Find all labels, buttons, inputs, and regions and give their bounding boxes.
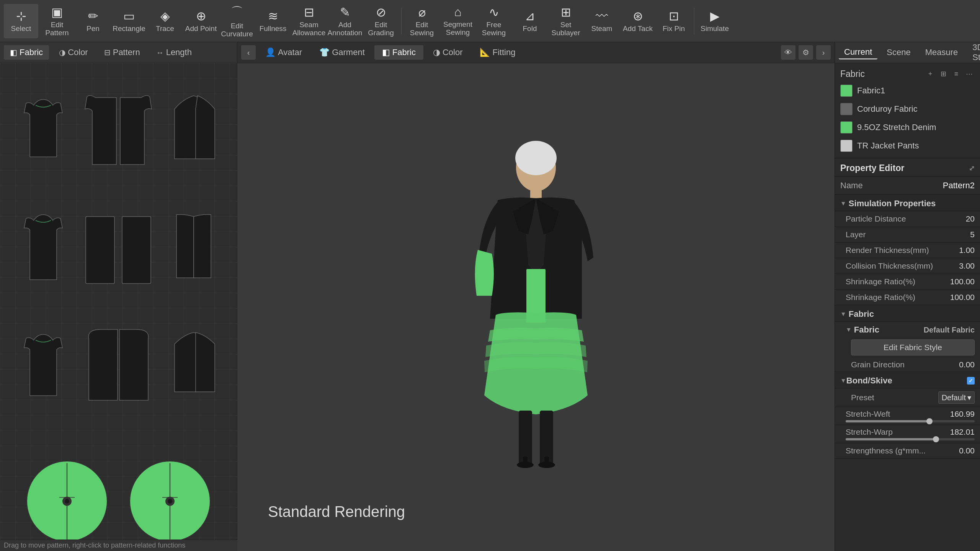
strengthness-value[interactable]: 0.00 bbox=[959, 446, 975, 455]
view-nav-back[interactable]: ‹ bbox=[241, 45, 256, 60]
toolbar-sep-1 bbox=[401, 8, 402, 34]
tool-add-annotation[interactable]: ✎ Add Annotation bbox=[328, 4, 362, 38]
tab-avatar[interactable]: 👤 Avatar bbox=[258, 45, 310, 60]
pattern-piece-8[interactable] bbox=[83, 308, 154, 421]
fabric-add-btn[interactable]: + bbox=[925, 68, 936, 79]
circle-2[interactable] bbox=[128, 459, 212, 543]
fold-label: Fold bbox=[523, 25, 537, 33]
tab-3d-state[interactable]: 3D State bbox=[967, 42, 980, 64]
rectangle-label: Rectangle bbox=[113, 25, 145, 33]
stretch-weft-track[interactable] bbox=[846, 420, 975, 422]
pattern-piece-2[interactable] bbox=[83, 71, 154, 186]
tool-trace[interactable]: ◈ Trace bbox=[148, 4, 182, 38]
tab-color-view[interactable]: ◑ Color bbox=[425, 45, 470, 60]
bond-skive-checkbox[interactable]: ✓ bbox=[967, 377, 975, 385]
pen-label: Pen bbox=[87, 25, 100, 33]
fabric-item-3[interactable]: 9.5OZ Stretch Denim bbox=[835, 118, 980, 137]
fabric-item-2[interactable]: Corduroy Fabric bbox=[835, 100, 980, 118]
fabric-name-1: Fabric1 bbox=[857, 86, 885, 96]
tab-current[interactable]: Current bbox=[839, 46, 877, 59]
fabric-panel-icons: + ⊞ ≡ ⋯ bbox=[925, 68, 975, 79]
stretch-warp-track[interactable] bbox=[846, 438, 975, 440]
property-editor-expand[interactable]: ⤢ bbox=[969, 164, 975, 173]
edit-pattern-label: Edit Pattern bbox=[40, 21, 74, 37]
tab-color[interactable]: ◑ Color bbox=[53, 45, 94, 60]
fabric-sub-header[interactable]: ▼ Fabric Default Fabric bbox=[835, 322, 980, 337]
tool-add-tack[interactable]: ⊛ Add Tack bbox=[621, 4, 655, 38]
fabric-item-4[interactable]: TR Jacket Pants bbox=[835, 137, 980, 155]
shrinkage-ratio-2-value[interactable]: 100.00 bbox=[950, 293, 975, 302]
color-view-tab-label: Color bbox=[443, 47, 463, 57]
tool-simulate[interactable]: ▶ Simulate bbox=[697, 4, 732, 38]
tool-set-sublayer[interactable]: ⊞ Set Sublayer bbox=[549, 4, 583, 38]
tool-rectangle[interactable]: ▭ Rectangle bbox=[112, 4, 146, 38]
simulation-properties-header[interactable]: ▼ Simulation Properties bbox=[835, 195, 980, 211]
tool-fix-pin[interactable]: ⊡ Fix Pin bbox=[657, 4, 691, 38]
pattern-piece-5[interactable] bbox=[83, 189, 154, 304]
steam-label: Steam bbox=[591, 25, 612, 33]
preset-select[interactable]: Default ▾ bbox=[938, 391, 975, 404]
tool-segment-sewing[interactable]: ⌂ Segment Sewing bbox=[441, 4, 475, 38]
tab-scene[interactable]: Scene bbox=[881, 46, 916, 59]
pattern-piece-9[interactable] bbox=[158, 308, 229, 421]
tool-edit-curvature[interactable]: ⌒ Edit Curvature bbox=[220, 4, 254, 38]
collision-thickness-value[interactable]: 3.00 bbox=[959, 261, 975, 271]
status-text: Drag to move pattern, right-click to pat… bbox=[4, 541, 185, 549]
render-thickness-value[interactable]: 1.00 bbox=[959, 246, 975, 255]
tab-fitting[interactable]: 📐 Fitting bbox=[472, 45, 523, 60]
select-label: Select bbox=[11, 25, 31, 33]
name-value: Pattern2 bbox=[943, 181, 975, 191]
layer-value[interactable]: 5 bbox=[970, 230, 975, 239]
tab-fabric-view[interactable]: ◧ Fabric bbox=[374, 45, 423, 60]
bond-skive-header[interactable]: ▼ Bond/Skive ✓ bbox=[835, 372, 980, 388]
particle-distance-value[interactable]: 20 bbox=[966, 214, 975, 223]
stretch-warp-thumb[interactable] bbox=[933, 436, 939, 442]
view-eye-btn[interactable]: 👁 bbox=[781, 45, 795, 60]
stretch-weft-thumb[interactable] bbox=[926, 418, 933, 424]
pattern-piece-4[interactable] bbox=[8, 189, 79, 304]
tool-free-sewing[interactable]: ∿ Free Sewing bbox=[477, 4, 511, 38]
name-label: Name bbox=[840, 181, 863, 191]
fabric-section-header[interactable]: ▼ Fabric bbox=[835, 305, 980, 322]
fullness-icon: ≋ bbox=[268, 9, 278, 23]
tool-edit-pattern[interactable]: ▣ Edit Pattern bbox=[40, 4, 74, 38]
fabric-more-btn[interactable]: ⋯ bbox=[964, 68, 975, 79]
view-tab-right: 👁 ⚙ › bbox=[781, 45, 831, 60]
pattern-circles bbox=[0, 455, 237, 547]
tool-add-point[interactable]: ⊕ Add Point bbox=[184, 4, 218, 38]
pattern-piece-3[interactable] bbox=[158, 71, 229, 186]
add-point-label: Add Point bbox=[185, 25, 217, 33]
tool-fullness[interactable]: ≋ Fullness bbox=[256, 4, 290, 38]
pattern-piece-6[interactable] bbox=[158, 189, 229, 304]
preset-chevron-icon: ▾ bbox=[967, 393, 971, 402]
tool-steam[interactable]: 〰 Steam bbox=[585, 4, 619, 38]
shrinkage-ratio-1-value[interactable]: 100.00 bbox=[950, 277, 975, 286]
tab-length[interactable]: ↔ Length bbox=[150, 45, 198, 60]
length-tab-icon: ↔ bbox=[156, 48, 164, 57]
tab-measure[interactable]: Measure bbox=[920, 46, 964, 59]
grain-direction-value[interactable]: 0.00 bbox=[959, 360, 975, 369]
edit-fabric-style-button[interactable]: Edit Fabric Style bbox=[851, 339, 975, 355]
fabric-grid-btn[interactable]: ⊞ bbox=[938, 68, 949, 79]
circle-1[interactable] bbox=[25, 459, 109, 543]
tool-fold[interactable]: ⊿ Fold bbox=[513, 4, 547, 38]
tool-edit-grading[interactable]: ⊘ Edit Grading bbox=[364, 4, 398, 38]
edit-pattern-icon: ▣ bbox=[51, 5, 63, 20]
tool-pen[interactable]: ✏ Pen bbox=[76, 4, 110, 38]
free-sewing-icon: ∿ bbox=[489, 5, 499, 20]
fabric-list-btn[interactable]: ≡ bbox=[951, 68, 962, 79]
pattern-piece-7[interactable] bbox=[8, 308, 79, 421]
add-annotation-label: Add Annotation bbox=[328, 21, 363, 37]
fabric-item-1[interactable]: Fabric1 bbox=[835, 82, 980, 100]
tab-garment[interactable]: 👕 Garment bbox=[312, 45, 372, 60]
tab-fabric[interactable]: ◧ Fabric bbox=[4, 45, 49, 60]
tool-seam-allowance[interactable]: ⊟ Seam Allowance bbox=[292, 4, 326, 38]
view-settings-btn[interactable]: ⚙ bbox=[799, 45, 813, 60]
fix-pin-label: Fix Pin bbox=[663, 25, 685, 33]
view-nav-fwd[interactable]: › bbox=[816, 45, 831, 60]
pattern-piece-1[interactable] bbox=[8, 71, 79, 186]
tool-select[interactable]: ⊹ Select bbox=[4, 4, 38, 38]
color-view-tab-icon: ◑ bbox=[433, 47, 440, 57]
tool-edit-sewing[interactable]: ⌀ Edit Sewing bbox=[405, 4, 439, 38]
tab-pattern[interactable]: ⊟ Pattern bbox=[98, 45, 146, 60]
